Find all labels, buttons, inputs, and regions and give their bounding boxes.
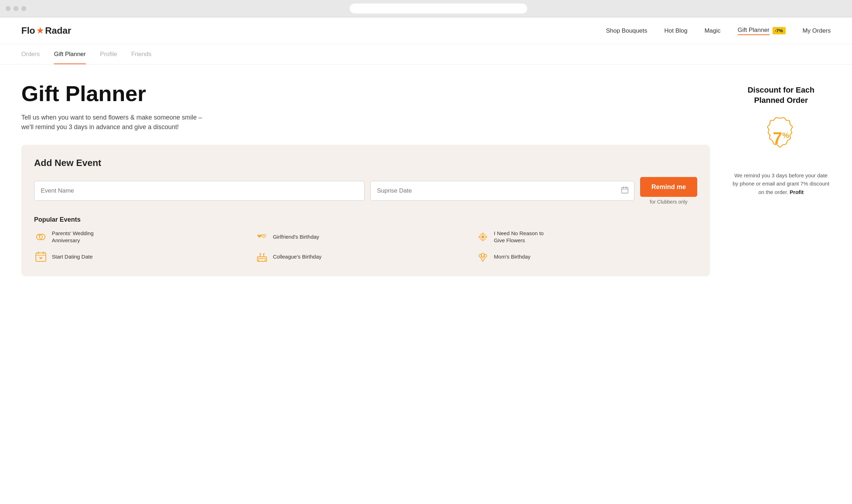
- top-nav: Flo ★ Radar Shop Bouquets Hot Blog Magic…: [0, 17, 852, 44]
- popular-events-grid: Parents' WeddingAnniversary Girlfriend's…: [34, 230, 697, 264]
- popular-label-parents-wedding: Parents' WeddingAnniversary: [52, 230, 94, 244]
- logo-star: ★: [37, 26, 44, 35]
- browser-dot-3: [21, 6, 26, 11]
- popular-item-parents-wedding[interactable]: Parents' WeddingAnniversary: [34, 230, 255, 244]
- svg-point-6: [481, 236, 484, 238]
- left-content: Gift Planner Tell us when you want to se…: [21, 82, 710, 276]
- svg-point-14: [484, 238, 486, 240]
- nav-hot-blog[interactable]: Hot Blog: [664, 27, 687, 34]
- svg-point-10: [485, 236, 487, 238]
- sidebar-description: We remind you 3 days before your date by…: [731, 171, 831, 196]
- add-event-title: Add New Event: [34, 157, 697, 168]
- subnav-profile[interactable]: Profile: [100, 51, 117, 64]
- add-event-card: Add New Event Remind me: [21, 145, 710, 276]
- nav-shop-bouquets[interactable]: Shop Bouquets: [606, 27, 647, 34]
- calendar-heart-icon: [34, 250, 48, 264]
- nav-links: Shop Bouquets Hot Blog Magic Gift Planne…: [606, 27, 831, 35]
- subnav-friends[interactable]: Friends: [131, 51, 152, 64]
- popular-item-moms-birthday[interactable]: Mom's Birthday: [476, 250, 697, 264]
- browser-dots: [6, 6, 26, 11]
- nav-magic[interactable]: Magic: [704, 27, 720, 34]
- popular-label-start-dating: Start Dating Date: [52, 253, 93, 260]
- main-content: Gift Planner Tell us when you want to se…: [0, 65, 852, 293]
- popular-events-title: Popular Events: [34, 216, 697, 223]
- svg-point-11: [480, 234, 482, 236]
- svg-point-26: [260, 253, 261, 255]
- logo-suffix: Radar: [45, 25, 71, 36]
- popular-label-moms-birthday: Mom's Birthday: [494, 253, 530, 260]
- popular-label-colleagues-birthday: Colleague's Birthday: [273, 253, 322, 260]
- browser-chrome: [0, 0, 852, 17]
- svg-point-8: [482, 239, 484, 241]
- svg-rect-15: [36, 253, 46, 261]
- rings-icon: [34, 230, 48, 244]
- browser-dot-2: [13, 6, 18, 11]
- page-title: Gift Planner: [21, 82, 710, 106]
- subnav-gift-planner[interactable]: Gift Planner: [54, 51, 86, 64]
- sidebar-discount-title: Discount for EachPlanned Order: [731, 85, 831, 105]
- svg-point-7: [482, 233, 484, 235]
- sparkle-flowers-icon: [476, 230, 490, 244]
- date-input-wrapper: [370, 181, 634, 201]
- svg-point-27: [263, 253, 264, 255]
- bouquet-icon: [476, 250, 490, 264]
- browser-addressbar[interactable]: [350, 4, 527, 13]
- discount-value: 7%: [773, 130, 789, 147]
- event-form: Remind me for Clubbers only: [34, 177, 697, 205]
- logo[interactable]: Flo ★ Radar: [21, 25, 71, 36]
- nav-my-orders[interactable]: My Orders: [803, 27, 831, 34]
- svg-point-13: [480, 238, 482, 240]
- remind-me-button[interactable]: Remind me: [640, 177, 697, 197]
- popular-item-no-reason[interactable]: I Need No Reason toGive Flowers: [476, 230, 697, 244]
- popular-label-girlfriends-birthday: Girlfriend's Birthday: [273, 233, 319, 240]
- discount-badge-nav: -7%: [772, 27, 786, 34]
- cake-icon: [255, 250, 269, 264]
- profit-text: Profit: [790, 189, 804, 195]
- remind-btn-wrapper: Remind me for Clubbers only: [640, 177, 697, 205]
- popular-events: Popular Events Parents' WeddingAnniversa…: [34, 216, 697, 264]
- popular-item-start-dating[interactable]: Start Dating Date: [34, 250, 255, 264]
- popular-item-girlfriends-birthday[interactable]: Girlfriend's Birthday: [255, 230, 476, 244]
- subnav-orders[interactable]: Orders: [21, 51, 40, 64]
- nav-gift-planner[interactable]: Gift Planner: [738, 27, 770, 35]
- popular-item-colleagues-birthday[interactable]: Colleague's Birthday: [255, 250, 476, 264]
- hearts-icon: [255, 230, 269, 244]
- right-sidebar: Discount for EachPlanned Order 7% We rem…: [731, 82, 831, 276]
- page-subtitle: Tell us when you want to send flowers & …: [21, 113, 710, 132]
- svg-point-12: [484, 234, 486, 236]
- event-name-input[interactable]: [34, 181, 365, 201]
- clubbers-note: for Clubbers only: [650, 199, 688, 205]
- nav-gift-planner-wrapper[interactable]: Gift Planner -7%: [738, 27, 786, 35]
- browser-dot-1: [6, 6, 11, 11]
- discount-badge: 7%: [758, 115, 804, 161]
- sub-nav: Orders Gift Planner Profile Friends: [0, 44, 852, 65]
- discount-badge-wrapper: 7%: [731, 115, 831, 161]
- popular-label-no-reason: I Need No Reason toGive Flowers: [494, 230, 544, 244]
- logo-prefix: Flo: [21, 25, 35, 36]
- svg-point-9: [479, 236, 481, 238]
- date-input[interactable]: [370, 181, 634, 201]
